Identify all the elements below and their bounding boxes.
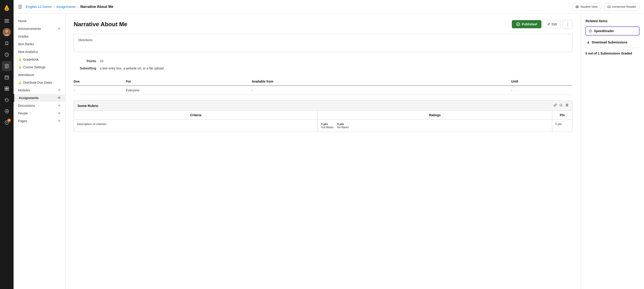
top-header: ☰ English 12 Demo › Assignments › Narrat… — [14, 0, 644, 14]
points-value: 10 — [100, 59, 104, 63]
sidebar-item-distribute-due-dates[interactable]: 💡Distribute Due Dates — [14, 79, 65, 86]
nav-icon-calendar[interactable] — [2, 72, 12, 82]
svg-point-22 — [576, 6, 578, 8]
breadcrumb-course[interactable]: English 12 Demo — [26, 5, 52, 9]
col-due: Due — [74, 77, 126, 86]
svg-rect-3 — [4, 21, 9, 21]
rubric-criteria: Description of criterion — [74, 120, 318, 132]
student-view-label: Student View — [580, 5, 598, 8]
rubric-pts: 5 pts — [552, 120, 572, 132]
sidebar-item-gradebook[interactable]: 💡Gradebook — [14, 56, 65, 63]
submitting-row: Submitting a text entry box, a website u… — [74, 65, 572, 72]
sidebar-item-grades[interactable]: Grades — [14, 33, 65, 40]
published-label: Published — [522, 22, 537, 26]
nav-icon-avatar[interactable] — [2, 27, 12, 37]
col-for: For — [126, 77, 243, 86]
sidebar-item-new-analytics[interactable]: New Analytics — [14, 48, 65, 56]
rubric-delete-icon[interactable] — [565, 103, 569, 108]
sidebar-item-modules[interactable]: Modules 👁 — [14, 86, 65, 94]
rubric-header: Some Rubric — [74, 101, 572, 111]
speed-grader-label: SpeedGrader — [594, 29, 614, 33]
row-due: - — [74, 86, 126, 95]
edit-button[interactable]: Edit — [543, 20, 561, 28]
sidebar-attendance-label: Attendance — [18, 73, 34, 77]
sidebar-modules-label: Modules — [18, 88, 30, 92]
breadcrumb-current: Narrative About Me — [80, 5, 113, 9]
rubric-table: Criteria Ratings Pts Description of crit… — [74, 111, 572, 132]
details-section: Points 10 Submitting a text entry box, a… — [74, 58, 572, 72]
points-row: Points 10 — [74, 58, 572, 65]
col-from: Available from — [243, 77, 511, 86]
nav-icon-document[interactable] — [2, 61, 12, 71]
announcements-eye-icon: 👁 — [58, 27, 61, 31]
sidebar-item-item-banks[interactable]: Item Banks — [14, 40, 65, 48]
svg-point-1 — [6, 8, 8, 10]
rubric-search-icon[interactable] — [559, 103, 563, 108]
sidebar-home-label: Home — [18, 19, 26, 23]
sidebar-item-announcements[interactable]: Announcements 👁 — [14, 25, 65, 33]
submissions-graded-text: 0 out of 1 Submissions Graded — [586, 52, 632, 55]
sidebar-nav: Home Announcements 👁 Grades Item Banks N… — [14, 14, 66, 289]
nav-icon-clock[interactable] — [2, 50, 12, 60]
breadcrumb-sep2: › — [78, 5, 79, 9]
directions-label: Directions — [78, 38, 92, 42]
discussions-eye-icon: 👁 — [58, 104, 61, 107]
svg-rect-19 — [7, 89, 8, 91]
breadcrumb-section[interactable]: Assignments — [56, 5, 76, 9]
row-from: - — [243, 86, 511, 95]
sidebar-item-course-settings[interactable]: 💡Course Settings — [14, 63, 65, 71]
immersive-reader-button[interactable]: Immersive Reader — [604, 3, 640, 11]
svg-rect-16 — [5, 87, 6, 88]
svg-rect-18 — [5, 89, 6, 91]
sidebar-distribute-label: Distribute Due Dates — [23, 81, 52, 84]
sidebar-people-label: People — [18, 112, 28, 115]
edit-label: Edit — [552, 22, 557, 26]
assignment-actions: Published Edit ⋮ — [512, 20, 572, 29]
nav-icon-badge[interactable]: 10 — [2, 118, 12, 128]
svg-rect-2 — [4, 19, 9, 20]
sidebar-new-analytics-label: New Analytics — [18, 50, 38, 54]
row-until: - — [511, 86, 572, 95]
header-actions: Student View Immersive Reader — [572, 3, 640, 11]
sidebar-item-banks-label: Item Banks — [18, 42, 34, 46]
rubric-row: Description of criterion 5 pts Full Mark… — [74, 120, 572, 132]
rating-full-label: Full Marks — [321, 126, 333, 129]
points-label: Points — [74, 59, 96, 63]
app-logo[interactable] — [2, 3, 12, 13]
directions-box: Directions — [74, 34, 572, 52]
col-until: Until — [511, 77, 572, 86]
availability-table: Due For Available from Until - Everyone … — [74, 77, 572, 95]
nav-icon-bookmark[interactable] — [2, 39, 12, 48]
right-panel: Related Items SpeedGrader Download Submi… — [581, 14, 644, 289]
nav-icon-history[interactable] — [2, 95, 12, 105]
download-submissions-item[interactable]: Download Submissions — [586, 38, 640, 48]
rating-no-marks: 0 pts No Marks — [337, 122, 349, 129]
breadcrumb: English 12 Demo › Assignments › Narrativ… — [26, 5, 114, 9]
sidebar-item-people[interactable]: People 👁 — [14, 109, 65, 117]
student-view-button[interactable]: Student View — [572, 3, 601, 11]
speed-grader-item[interactable]: SpeedGrader — [586, 27, 640, 36]
rating-no-marks-pts: 0 pts — [337, 122, 349, 126]
sidebar-item-pages[interactable]: Pages 👁 — [14, 117, 65, 125]
svg-rect-12 — [5, 76, 8, 79]
assignment-title: Narrative About Me — [74, 21, 127, 28]
hamburger-menu[interactable]: ☰ — [18, 4, 22, 10]
nav-icon-menu[interactable] — [2, 16, 12, 26]
sidebar-item-discussions[interactable]: Discussions 👁 — [14, 102, 65, 109]
sidebar-gradebook-label: Gradebook — [23, 58, 39, 61]
more-options-button[interactable]: ⋮ — [563, 20, 572, 29]
nav-icon-grid[interactable] — [2, 84, 12, 94]
rubric-link-icon[interactable] — [554, 103, 557, 108]
sidebar-item-attendance[interactable]: Attendance — [14, 71, 65, 79]
rubric-col-pts: Pts — [552, 111, 572, 120]
assignment-header: Narrative About Me Published Edit ⋮ — [74, 20, 572, 29]
rubric-col-criteria: Criteria — [74, 111, 318, 120]
availability-row: - Everyone - - — [74, 86, 572, 95]
sidebar-item-home[interactable]: Home — [14, 17, 65, 25]
svg-rect-17 — [7, 87, 8, 88]
nav-icon-arrow[interactable] — [2, 106, 12, 116]
assignments-eye-icon: 👁 — [58, 96, 61, 100]
sidebar-item-assignments[interactable]: Assignments 👁 — [14, 94, 65, 102]
notification-badge: 10 — [7, 119, 11, 122]
published-button[interactable]: Published — [512, 20, 542, 28]
